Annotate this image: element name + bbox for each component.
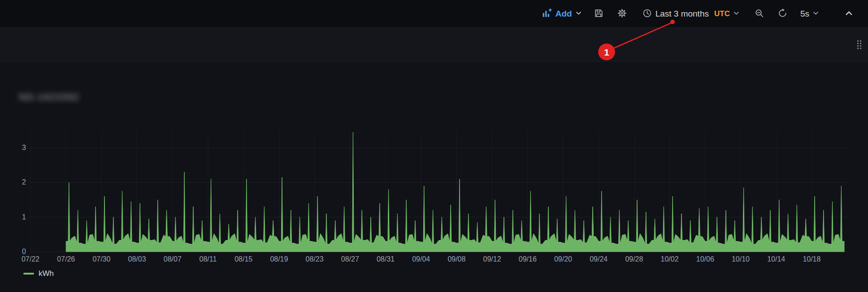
x-tick-label: 09/20 xyxy=(554,255,572,263)
x-tick-label: 08/15 xyxy=(234,255,252,263)
x-tick-label: 07/26 xyxy=(57,255,75,263)
x-tick-label: 08/23 xyxy=(306,255,324,263)
timeseries-panel: ND-1923392 07/2207/2607/3008/0308/0708/1… xyxy=(0,62,868,292)
add-button-label: Add xyxy=(556,9,572,19)
x-tick-label: 09/12 xyxy=(483,255,501,263)
chevron-down-icon xyxy=(576,10,582,17)
y-tick-label: 3 xyxy=(22,144,26,151)
chevron-up-icon xyxy=(845,9,853,18)
x-tick-label: 09/24 xyxy=(590,255,608,263)
x-tick-label: 08/11 xyxy=(200,255,217,263)
add-panel-button[interactable]: Add xyxy=(538,5,585,23)
x-tick-label: 08/03 xyxy=(128,255,146,263)
x-tick-label: 09/28 xyxy=(625,255,643,263)
magnifier-minus-icon xyxy=(755,9,764,19)
x-tick-label: 10/06 xyxy=(696,255,714,263)
x-tick-label: 10/02 xyxy=(661,255,679,263)
collapse-toolbar-button[interactable] xyxy=(839,5,858,23)
x-tick-label: 08/27 xyxy=(341,255,359,263)
legend-item-kwh[interactable]: kWh xyxy=(23,269,54,278)
circular-arrows-icon xyxy=(778,9,787,19)
dashboard-settings-button[interactable] xyxy=(613,5,632,23)
grafana-dashboard: { "toolbar": { "add": { "label": "Add" }… xyxy=(0,0,868,292)
time-range-picker[interactable]: Last 3 months UTC xyxy=(639,5,743,23)
time-range-label: Last 3 months xyxy=(655,9,709,19)
series-kwh-area xyxy=(66,132,844,252)
x-tick-label: 07/22 xyxy=(22,255,39,263)
drag-handle-dots-icon[interactable] xyxy=(856,39,863,52)
x-tick-label: 10/14 xyxy=(767,255,785,263)
x-tick-label: 09/04 xyxy=(412,255,430,263)
refresh-interval-dropdown[interactable]: 5s xyxy=(797,5,822,23)
zoom-out-time-button[interactable] xyxy=(750,5,769,23)
refresh-interval-label: 5s xyxy=(800,9,809,19)
dashboard-toolbar: Add xyxy=(0,0,868,28)
save-dashboard-button[interactable] xyxy=(590,5,608,23)
y-tick-label: 2 xyxy=(22,178,26,186)
bar-chart-plus-icon xyxy=(542,8,552,19)
refresh-dashboard-button[interactable] xyxy=(773,5,792,23)
x-tick-label: 09/16 xyxy=(519,255,537,263)
x-tick-label: 10/18 xyxy=(803,255,820,263)
x-tick-label: 08/31 xyxy=(377,255,395,263)
panel-title-redacted[interactable]: ND-1923392 xyxy=(19,91,79,103)
x-tick-label: 10/10 xyxy=(732,255,750,263)
x-tick-label: 07/30 xyxy=(92,255,110,263)
legend-series-swatch xyxy=(23,273,34,275)
legend-series-label: kWh xyxy=(39,269,54,278)
y-tick-label: 0 xyxy=(22,248,26,255)
dashboard-row-header xyxy=(0,28,868,62)
chevron-down-icon xyxy=(733,10,739,17)
y-tick-label: 1 xyxy=(22,213,26,221)
x-tick-label: 08/19 xyxy=(270,255,288,263)
gear-icon xyxy=(617,9,627,19)
chevron-down-icon xyxy=(813,10,819,17)
x-tick-label: 09/08 xyxy=(447,255,465,263)
x-tick-label: 08/07 xyxy=(164,255,182,263)
timezone-label: UTC xyxy=(714,9,730,18)
floppy-save-icon xyxy=(594,9,603,19)
energy-chart[interactable]: 07/2207/2607/3008/0308/0708/1108/1508/19… xyxy=(9,128,856,267)
clock-icon xyxy=(642,9,652,19)
